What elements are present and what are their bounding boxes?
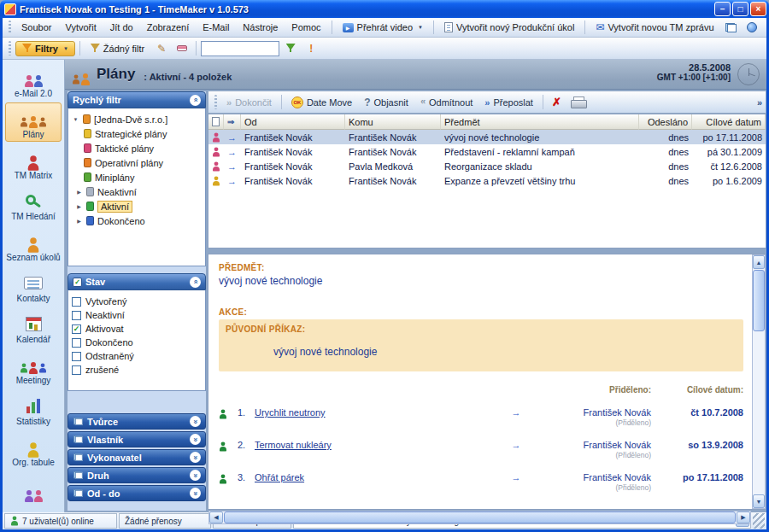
forward-button[interactable]: » Přeposlat [479,96,538,109]
edit-filter-button[interactable]: ✎ [152,40,171,57]
toolbar-grip[interactable] [9,41,11,56]
tree-item-operativni[interactable]: Operativní plány [70,155,203,170]
checkbox[interactable] [72,352,81,361]
stav-option-aktivovat[interactable]: ✓ Aktivovat [72,322,202,336]
stav-option-zrusene[interactable]: zrušené [72,363,202,377]
tree-item-neaktivni[interactable]: ▶ Neaktivní [70,184,203,199]
tree-expander-icon[interactable]: ▶ [75,218,83,224]
tree-item-dokonceno[interactable]: ▶ Dokončeno [70,213,203,228]
col-arrow-icon[interactable]: ⇒ [224,114,241,130]
menu-email[interactable]: E-Mail [197,20,235,35]
table-row[interactable]: → František Novák Pavla Medková Reorgani… [208,159,766,173]
col-odeslano[interactable]: Odesláno [639,114,692,130]
minimize-button[interactable]: – [714,2,731,16]
quick-filter-header[interactable]: Rychlý filtr » [68,91,206,108]
expand-chevron-icon[interactable]: » [190,488,201,499]
panel-tvurce[interactable]: Tvůrce » [68,413,206,430]
sidebar-item-email[interactable]: e-Mail 2.0 [5,61,62,101]
apply-filter-button[interactable] [281,40,300,57]
sidebar-item-more[interactable] [5,471,62,511]
scroll-right-button[interactable]: ▶ [737,512,750,523]
new-production-task-button[interactable]: Vytvořit nový Produkční úkol [438,20,580,35]
stav-option-dokonceno[interactable]: Dokončeno [72,336,202,349]
clarify-button[interactable]: ? Objasnit [359,95,414,110]
table-row[interactable]: → František Novák František Novák Předst… [208,144,766,159]
col-komu[interactable]: Komu [345,114,441,130]
panel-od-do[interactable]: Od - do » [68,485,206,501]
collapse-chevron-icon[interactable]: » [190,277,201,288]
sidebar-item-plany[interactable]: Plány [5,102,62,142]
toolbar-grip[interactable] [9,20,11,33]
horizontal-scroll-thumb[interactable] [224,512,736,523]
windows-stack-button[interactable] [722,19,741,36]
scroll-down-button[interactable]: ▼ [753,494,765,508]
stav-option-odstraneny[interactable]: Odstraněný [72,349,202,363]
table-row[interactable]: → František Novák František Novák Expanz… [208,173,766,188]
tree-expander-icon[interactable]: ▶ [75,189,83,195]
print-button[interactable] [571,96,585,108]
resize-grip[interactable] [753,513,765,529]
collapse-chevron-icon[interactable]: » [190,95,201,106]
sidebar-item-meetingy[interactable]: Meetingy [5,348,62,388]
menu-pomoc[interactable]: Pomoc [285,20,326,35]
checkbox[interactable] [72,338,81,348]
col-predmet[interactable]: Předmět [441,114,639,130]
sidebar-item-tm-hledani[interactable]: TM Hledání [5,184,62,224]
checkbox[interactable]: ✓ [72,324,81,334]
menu-soubor[interactable]: Soubor [15,20,57,35]
expand-chevron-icon[interactable]: » [190,470,201,481]
stav-panel-header[interactable]: ✓ Stav » [68,273,206,290]
toolbar-grip[interactable] [214,95,217,110]
col-doc-icon[interactable] [208,114,224,130]
search-input[interactable] [201,41,279,56]
tree-item-aktivni[interactable]: ▶ Aktivní [70,199,203,213]
play-video-button[interactable]: ▶ Přehrát video ▼ [337,20,429,35]
task-link[interactable]: Urychlit neutrony [255,407,326,418]
delete-button[interactable]: ✗ [548,96,566,108]
checkbox[interactable] [72,365,81,375]
date-move-button[interactable]: OK Date Move [286,95,357,110]
tree-item-strategicke[interactable]: Strategické plány [70,126,203,141]
toolbar-overflow-chevron[interactable]: » [757,97,762,108]
tree-expander-icon[interactable]: ▶ [75,203,83,209]
scroll-up-button[interactable]: ▲ [753,255,765,269]
maximize-button[interactable]: □ [732,2,748,16]
reject-button[interactable]: » Odmítnout [415,96,478,109]
tree-item-takticke[interactable]: Taktické plány [70,141,203,155]
vertical-scrollbar[interactable]: ▲ ▼ [752,254,766,509]
expand-chevron-icon[interactable]: » [190,434,201,445]
checkbox[interactable] [72,297,81,307]
tree-expander-icon[interactable]: ▼ [72,117,79,122]
table-row[interactable]: → František Novák František Novák vývoj … [208,130,766,144]
horizontal-scrollbar[interactable]: ◀ ▶ [208,511,751,524]
scroll-left-button[interactable]: ◀ [209,512,223,523]
checkbox[interactable] [72,311,81,320]
sidebar-item-org-tabule[interactable]: Org. tabule [5,430,62,470]
sidebar-item-seznam-ukolu[interactable]: Seznam úkolů [5,225,62,265]
task-link[interactable]: Termovat nukleáry [255,440,332,450]
sidebar-item-tm-matrix[interactable]: TM Matrix [5,143,62,183]
stav-option-neaktivni[interactable]: Neaktivní [72,308,202,322]
alert-filter-button[interactable]: ! [302,40,320,57]
stav-option-vytvoreny[interactable]: Vytvořený [72,295,202,308]
task-link[interactable]: Ohřát párek [255,472,304,482]
menu-vytvorit[interactable]: Vytvořit [59,20,102,35]
close-button[interactable]: × [750,2,766,16]
col-cilove-datum[interactable]: Cílové datum [692,114,766,130]
menu-nastroje[interactable]: Nástroje [237,20,284,35]
task-row[interactable]: 2. Termovat nukleáry → František Novák (… [219,440,743,459]
sidebar-item-kalendar[interactable]: Kalendář [5,307,62,347]
panel-vlastnik[interactable]: Vlastník » [68,431,206,447]
task-row[interactable]: 3. Ohřát párek → František Novák (Přiděl… [219,472,743,492]
filters-button[interactable]: Filtry ▼ [15,41,75,56]
globe-button[interactable] [743,19,761,36]
sidebar-item-statistiky[interactable]: Statistiky [5,389,62,429]
finish-button[interactable]: » Dokončit [221,96,277,109]
vertical-scroll-thumb[interactable] [753,270,765,331]
menu-zobrazeni[interactable]: Zobrazení [141,20,196,35]
sidebar-item-kontakty[interactable]: Kontakty [5,266,62,306]
tree-item-company[interactable]: ▼ [Jedna-Dvě s.r.o.] [70,112,203,126]
tree-item-miniplany[interactable]: Miniplány [70,170,203,184]
expand-chevron-icon[interactable]: » [190,416,201,427]
task-row[interactable]: 1. Urychlit neutrony → František Novák (… [219,407,743,427]
